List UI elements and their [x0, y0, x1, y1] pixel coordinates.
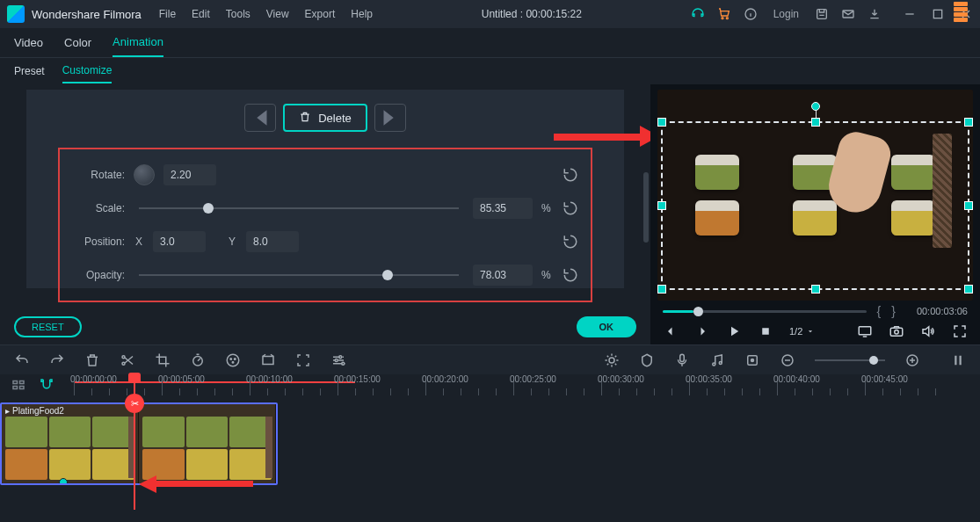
cart-icon[interactable]	[717, 7, 731, 21]
document-title: Untitled : 00:00:15:22	[373, 8, 691, 20]
customize-controls: Delete Rotate: Scale: %	[26, 90, 624, 288]
subtab-customize[interactable]: Customize	[62, 59, 113, 83]
volume-icon[interactable]	[920, 323, 936, 339]
focus-icon[interactable]	[295, 352, 311, 368]
scale-slider[interactable]	[139, 207, 459, 209]
tab-color[interactable]: Color	[64, 29, 91, 56]
handle-tl[interactable]	[657, 118, 666, 127]
keyframe-dot[interactable]	[59, 478, 68, 485]
position-y-input[interactable]	[246, 231, 299, 252]
timeline-toolbar	[0, 344, 980, 374]
timeline-ruler[interactable]: ✂ 00:00:00:0000:00:05:0000:00:10:0000:00…	[74, 374, 980, 395]
position-row: Position: X Y	[72, 225, 578, 258]
handle-l[interactable]	[657, 201, 666, 210]
opacity-reset-icon[interactable]	[563, 267, 578, 283]
delete-icon[interactable]	[84, 352, 100, 368]
menu-export[interactable]: Export	[305, 8, 336, 20]
scissor-icon[interactable]: ✂	[125, 394, 144, 413]
delete-label: Delete	[318, 112, 352, 125]
next-keyframe-button[interactable]	[374, 104, 406, 132]
opacity-slider[interactable]	[139, 274, 459, 276]
tab-animation[interactable]: Animation	[113, 28, 163, 57]
undo-icon[interactable]	[14, 352, 30, 368]
greenscreen-icon[interactable]	[260, 352, 276, 368]
zoom-out-icon[interactable]	[780, 352, 795, 368]
handle-tr[interactable]	[964, 118, 973, 127]
zoom-slider[interactable]	[815, 359, 885, 361]
position-x-input[interactable]	[153, 231, 206, 252]
info-icon[interactable]	[744, 7, 758, 21]
menu-file[interactable]: File	[159, 8, 176, 20]
save-icon[interactable]	[815, 7, 829, 21]
opacity-input[interactable]	[473, 265, 533, 286]
playback-speed[interactable]: 1/2	[789, 326, 815, 337]
pause-icon[interactable]	[950, 352, 966, 368]
subtab-preset[interactable]: Preset	[14, 60, 45, 83]
handle-r[interactable]	[964, 201, 973, 210]
audio-mixer-icon[interactable]	[709, 352, 725, 368]
handle-b[interactable]	[811, 285, 820, 294]
display-icon[interactable]	[857, 323, 873, 339]
handle-br[interactable]	[964, 285, 973, 294]
playhead[interactable]: ✂	[134, 374, 135, 510]
panel-scrollbar[interactable]	[643, 172, 649, 243]
reset-button[interactable]: RESET	[14, 316, 82, 337]
menu-view[interactable]: View	[266, 8, 289, 20]
keyframe-icon[interactable]	[744, 352, 760, 368]
scale-input[interactable]	[473, 198, 533, 219]
download-icon[interactable]	[867, 7, 882, 21]
svg-point-18	[339, 355, 342, 358]
headset-icon[interactable]	[691, 7, 705, 21]
redo-icon[interactable]	[49, 352, 65, 368]
svg-rect-22	[680, 354, 685, 361]
track-manager-icon[interactable]	[11, 377, 26, 393]
login-link[interactable]: Login	[770, 8, 802, 20]
handle-t[interactable]	[811, 118, 820, 127]
timeline-clip[interactable]: ▸ PlatingFood2	[0, 402, 278, 485]
delete-keyframe-button[interactable]: Delete	[283, 104, 367, 132]
svg-rect-31	[13, 381, 18, 384]
scrub-track[interactable]	[663, 310, 867, 313]
menu-help[interactable]: Help	[351, 8, 373, 20]
svg-point-9	[895, 330, 899, 335]
snapshot-icon[interactable]	[889, 323, 904, 339]
speed-icon[interactable]	[190, 352, 206, 368]
minimize-icon[interactable]	[903, 7, 917, 21]
zoom-in-icon[interactable]	[904, 352, 920, 368]
ok-button[interactable]: OK	[577, 316, 637, 337]
render-icon[interactable]	[604, 352, 620, 368]
mail-icon[interactable]	[841, 7, 855, 21]
position-reset-icon[interactable]	[563, 234, 578, 250]
rotate-knob[interactable]	[134, 164, 155, 185]
prev-keyframe-button[interactable]	[244, 104, 276, 132]
scale-reset-icon[interactable]	[563, 200, 578, 216]
rotate-row: Rotate:	[72, 158, 578, 192]
play-icon[interactable]	[726, 323, 742, 339]
settings-icon[interactable]	[330, 352, 346, 368]
frame-back-icon[interactable]	[663, 323, 679, 339]
magnet-icon[interactable]	[39, 377, 54, 393]
frame-fwd-icon[interactable]	[694, 323, 710, 339]
selection-frame[interactable]	[661, 121, 969, 290]
menu-edit[interactable]: Edit	[192, 8, 210, 20]
tab-video[interactable]: Video	[14, 29, 43, 56]
svg-rect-7	[859, 327, 871, 335]
svg-point-13	[227, 354, 239, 366]
preview-viewport[interactable]	[657, 90, 973, 301]
stop-icon[interactable]	[758, 323, 773, 339]
menu-tools[interactable]: Tools	[226, 8, 250, 20]
fullscreen-icon[interactable]	[952, 323, 968, 339]
split-icon[interactable]	[120, 352, 135, 368]
ruler-label: 00:00:30:00	[598, 374, 644, 384]
maximize-icon[interactable]	[931, 7, 945, 21]
rotate-handle[interactable]	[811, 102, 820, 111]
marker-icon[interactable]	[639, 352, 655, 368]
ruler-label: 00:00:25:00	[510, 374, 556, 384]
color-icon[interactable]	[225, 352, 241, 368]
rotate-reset-icon[interactable]	[563, 167, 578, 183]
handle-bl[interactable]	[657, 285, 666, 294]
rotate-input[interactable]	[163, 164, 216, 185]
crop-icon[interactable]	[155, 352, 171, 368]
voiceover-icon[interactable]	[674, 352, 690, 368]
svg-rect-30	[960, 355, 962, 365]
